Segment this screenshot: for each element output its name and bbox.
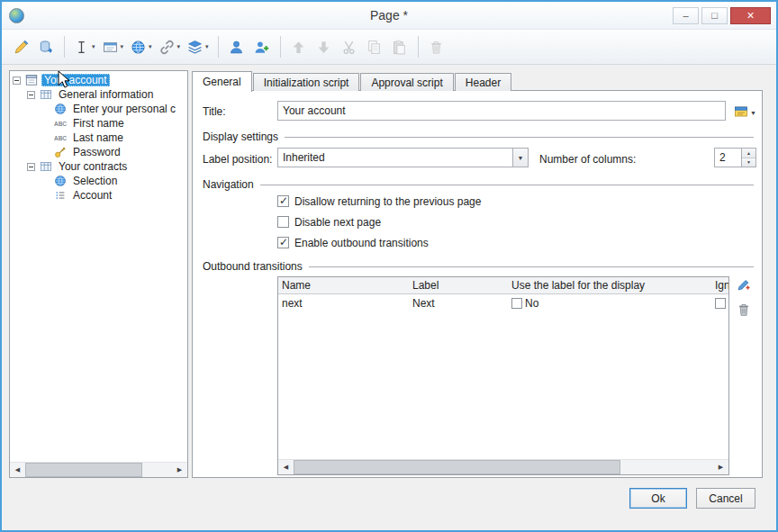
tree-item-label: General information [56, 88, 156, 101]
tab-header[interactable]: Header [455, 73, 511, 91]
cancel-button[interactable]: Cancel [696, 488, 755, 509]
dbimport-icon [39, 40, 54, 55]
cut-icon [341, 40, 357, 55]
link-picker-button[interactable]: ▾ [157, 34, 184, 59]
checkbox-icon[interactable] [277, 237, 289, 248]
columns-value: 2 [715, 149, 741, 167]
table-hscrollbar[interactable] [278, 459, 728, 474]
tree-item-your-contracts[interactable]: Your contracts [10, 159, 187, 174]
maximize-button[interactable]: □ [701, 7, 728, 24]
web-picker-button[interactable]: ▾ [128, 34, 155, 59]
transitions-table: NameLabelUse the label for the displayIg… [277, 276, 729, 475]
localize-button[interactable] [732, 102, 758, 122]
column-header-ignore[interactable]: Ignore [711, 277, 729, 293]
tree-item-your-account[interactable]: Your account [10, 73, 187, 87]
chevron-down-icon: ▾ [205, 43, 209, 50]
checkbox-icon[interactable] [511, 298, 522, 309]
chevron-down-icon[interactable] [512, 149, 528, 167]
tree-item-label: First name [70, 117, 127, 130]
toolbar-separator [218, 36, 219, 58]
group-icon [39, 159, 53, 174]
scroll-thumb[interactable] [294, 460, 620, 474]
caption-buttons: – □ × [673, 7, 771, 24]
table-cell: next [278, 294, 409, 311]
tab-strip: GeneralInitialization scriptApproval scr… [192, 71, 512, 91]
scroll-left-button[interactable] [278, 460, 294, 474]
tree-item-label: Password [70, 146, 123, 158]
tree-item-label: Selection [70, 175, 120, 187]
spinner-buttons [741, 149, 755, 167]
close-button[interactable]: × [730, 7, 771, 24]
column-header-use-the-label-for-the-display[interactable]: Use the label for the display [508, 277, 711, 293]
scroll-track[interactable] [294, 460, 713, 474]
group-outbound-transitions: Outbound transitions [203, 260, 754, 273]
scroll-right-button[interactable] [713, 460, 728, 474]
tree-item-general-information[interactable]: General information [10, 87, 187, 102]
tree-item-last-name[interactable]: ABCLast name [10, 131, 187, 145]
label-position-value: Inherited [278, 149, 512, 167]
tab-general[interactable]: General [192, 71, 252, 92]
checkbox-icon[interactable] [277, 216, 289, 228]
scroll-right-button[interactable] [172, 463, 187, 477]
scroll-thumb[interactable] [25, 463, 142, 477]
checkbox-icon[interactable] [715, 298, 726, 309]
cell-text: No [525, 297, 538, 310]
tree-item-label: Your account [41, 74, 110, 86]
table-row[interactable]: nextNextNoNo [278, 294, 728, 311]
table-cell: Next [409, 294, 508, 311]
tree-item-selection[interactable]: Selection [10, 174, 187, 188]
collapse-expander-icon[interactable] [27, 163, 35, 171]
add-transition-button[interactable] [737, 277, 753, 293]
field-picker-button[interactable]: ▾ [71, 34, 98, 59]
user-button[interactable] [225, 34, 249, 59]
down-icon [316, 40, 331, 55]
ok-button[interactable]: Ok [629, 488, 687, 509]
tab-approval-script[interactable]: Approval script [360, 73, 453, 91]
checkbox-disable-next-page[interactable]: Disable next page [277, 212, 481, 232]
key-icon [53, 145, 68, 159]
checkbox-enable-outbound-transitions[interactable]: Enable outbound transitions [277, 232, 481, 253]
collapse-expander-icon[interactable] [27, 91, 35, 99]
tree-item-account[interactable]: Account [10, 188, 187, 203]
cell-text: No [728, 297, 729, 310]
tree-hscrollbar[interactable] [10, 462, 187, 477]
page-tree-panel: Your accountGeneral informationEnter you… [9, 70, 188, 478]
columns-spinner[interactable]: 2 [714, 148, 756, 167]
minimize-button[interactable]: – [673, 7, 699, 24]
tree-item-label: Your contracts [56, 160, 130, 173]
tree-item-password[interactable]: Password [10, 145, 187, 159]
title-bar[interactable]: Page * – □ × [2, 2, 776, 29]
add-user-button[interactable] [250, 34, 274, 59]
group-divider [309, 266, 754, 267]
paste-button [388, 34, 412, 59]
spin-down-button[interactable] [742, 158, 755, 167]
import-data-button[interactable] [34, 34, 58, 59]
chevron-down-icon: ▾ [177, 43, 181, 50]
group-caption: Navigation [203, 178, 254, 191]
globe-icon [53, 102, 68, 116]
column-header-name[interactable]: Name [278, 277, 409, 293]
tree-item-first-name[interactable]: ABCFirst name [10, 116, 187, 131]
tab-initialization-script[interactable]: Initialization script [253, 73, 360, 91]
scroll-left-button[interactable] [10, 463, 25, 477]
move-up-button [287, 34, 311, 59]
transitions-table-body: nextNextNoNo [278, 294, 728, 311]
delete-transition-button[interactable] [737, 302, 753, 319]
spin-up-button[interactable] [742, 149, 755, 158]
column-header-label[interactable]: Label [409, 277, 508, 293]
scroll-track[interactable] [25, 463, 172, 477]
collapse-expander-icon[interactable] [13, 77, 21, 85]
delete-button [425, 34, 448, 59]
checkbox-label: Disallow returning to the previous page [294, 195, 481, 208]
layout-picker-button[interactable]: ▾ [185, 34, 212, 59]
label-position-select[interactable]: Inherited [277, 148, 529, 167]
checkbox-disallow-returning-to-the-previous-page[interactable]: Disallow returning to the previous page [277, 191, 481, 212]
control-picker-button[interactable]: ▾ [100, 34, 127, 59]
wand-button[interactable] [9, 34, 32, 59]
copy-icon [366, 40, 382, 55]
tree-item-enter-your-personal-c[interactable]: Enter your personal c [10, 102, 187, 116]
checkbox-icon[interactable] [277, 195, 289, 207]
title-input[interactable] [277, 101, 726, 121]
toolbar-separator [418, 36, 419, 58]
add-transition-icon [737, 277, 753, 292]
